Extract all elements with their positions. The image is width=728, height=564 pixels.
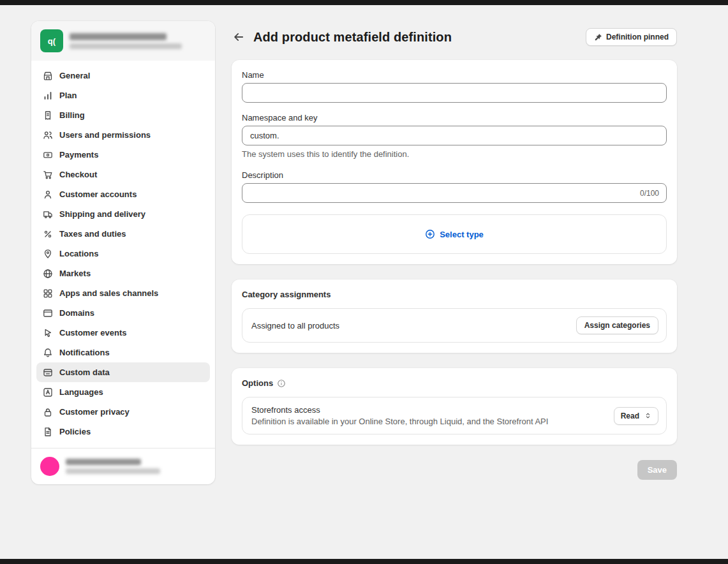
sidebar-item-languages[interactable]: Languages: [36, 382, 210, 402]
lock-icon: [42, 406, 54, 418]
sidebar-item-notifications[interactable]: Notifications: [36, 343, 210, 362]
sidebar-item-label: Customer events: [59, 328, 126, 338]
user-name-redacted: [66, 459, 141, 465]
save-row: Save: [232, 460, 677, 480]
description-input-wrap: 0/100: [242, 183, 667, 203]
store-avatar: q(: [40, 29, 63, 52]
sidebar-item-customer-accounts[interactable]: Customer accounts: [36, 184, 210, 204]
apps-grid-icon: [42, 288, 54, 299]
store-name-redacted: [70, 33, 167, 40]
sidebar-item-label: Apps and sales channels: [59, 288, 158, 298]
sidebar-item-label: Plan: [59, 91, 77, 100]
assigned-text: Assigned to all products: [251, 321, 339, 330]
percent-icon: [42, 228, 54, 240]
sidebar-item-billing[interactable]: Billing: [36, 105, 210, 125]
sidebar-item-label: Users and permissions: [59, 130, 151, 140]
name-label: Name: [242, 70, 667, 80]
users-icon: [42, 130, 54, 141]
sidebar-item-payments[interactable]: Payments: [36, 145, 210, 165]
sidebar-item-locations[interactable]: Locations: [36, 244, 210, 263]
receipt-icon: [42, 110, 54, 121]
store-info: [70, 33, 182, 49]
category-assignment-row: Assigned to all products Assign categori…: [242, 308, 667, 343]
sidebar-item-apps-and-sales-channels[interactable]: Apps and sales channels: [36, 283, 210, 303]
sidebar-item-label: Billing: [59, 110, 85, 120]
store-domain-redacted: [70, 43, 182, 49]
name-field-group: Name: [242, 70, 667, 103]
plan-icon: [42, 90, 54, 101]
sidebar-item-markets[interactable]: Markets: [36, 263, 210, 283]
sidebar-item-shipping-and-delivery[interactable]: Shipping and delivery: [36, 204, 210, 224]
cart-icon: [42, 169, 54, 181]
definition-form-card: Name Namespace and key The system uses t…: [232, 60, 677, 264]
options-card: Options Storefronts access Definition is…: [232, 368, 677, 445]
category-assignments-card: Category assignments Assigned to all pro…: [232, 279, 677, 353]
description-label: Description: [242, 170, 667, 180]
sidebar-item-label: General: [59, 71, 90, 80]
select-type-button[interactable]: Select type: [425, 229, 484, 239]
custom-data-icon: [42, 367, 54, 378]
info-icon[interactable]: [277, 379, 286, 388]
settings-nav: General Plan Billing Users and permissio…: [31, 61, 215, 448]
user-info: [66, 459, 160, 474]
bell-icon: [42, 347, 54, 359]
sidebar-item-checkout[interactable]: Checkout: [36, 165, 210, 184]
name-input[interactable]: [242, 83, 667, 103]
sidebar-item-customer-privacy[interactable]: Customer privacy: [36, 402, 210, 422]
sidebar-item-label: Shipping and delivery: [59, 209, 145, 219]
sidebar-item-policies[interactable]: Policies: [36, 422, 210, 442]
sidebar-item-label: Languages: [59, 387, 103, 397]
storefronts-access-description: Definition is available in your Online S…: [251, 417, 548, 426]
select-caret-icon: [644, 412, 651, 419]
sidebar-item-users-and-permissions[interactable]: Users and permissions: [36, 125, 210, 145]
main-content: Add product metafield definition Definit…: [232, 27, 677, 480]
namespace-field-group: Namespace and key The system uses this t…: [242, 113, 667, 159]
pin-icon: [594, 33, 602, 41]
store-icon: [42, 70, 54, 82]
storefronts-access-title: Storefronts access: [251, 405, 548, 415]
map-pin-icon: [42, 248, 54, 260]
namespace-input[interactable]: [242, 126, 667, 145]
sidebar-item-general[interactable]: General: [36, 66, 210, 85]
sidebar-item-label: Checkout: [59, 170, 97, 179]
sidebar-item-label: Policies: [59, 427, 91, 436]
window-chrome-bottom: [0, 559, 728, 564]
sidebar-item-plan[interactable]: Plan: [36, 85, 210, 105]
cursor-icon: [42, 327, 54, 339]
user-email-redacted: [66, 468, 160, 474]
save-button[interactable]: Save: [637, 460, 677, 480]
select-type-box: Select type: [242, 214, 667, 254]
user-footer: [31, 448, 215, 484]
description-field-group: Description 0/100: [242, 170, 667, 203]
back-button[interactable]: [232, 30, 246, 44]
page-header: Add product metafield definition Definit…: [232, 27, 677, 47]
sidebar-item-label: Locations: [59, 249, 98, 258]
sidebar-item-label: Custom data: [59, 367, 110, 377]
languages-icon: [42, 387, 54, 398]
sidebar-item-label: Domains: [59, 308, 94, 318]
description-input[interactable]: [242, 183, 667, 203]
sidebar-item-label: Payments: [59, 150, 98, 160]
plus-circle-icon: [425, 229, 435, 239]
sidebar-item-custom-data[interactable]: Custom data: [36, 362, 210, 382]
person-icon: [42, 189, 54, 200]
storefront-access-select[interactable]: Read: [614, 407, 658, 425]
document-icon: [42, 426, 54, 438]
sidebar-item-domains[interactable]: Domains: [36, 303, 210, 323]
definition-pinned-button[interactable]: Definition pinned: [586, 28, 677, 46]
user-avatar: [40, 457, 59, 476]
assign-categories-button[interactable]: Assign categories: [576, 316, 658, 334]
storefronts-access-text: Storefronts access Definition is availab…: [251, 405, 548, 426]
payments-icon: [42, 149, 54, 161]
window-chrome-top: [0, 0, 728, 5]
category-assignments-title: Category assignments: [242, 290, 667, 299]
storefronts-access-row: Storefronts access Definition is availab…: [242, 397, 667, 434]
sidebar-item-customer-events[interactable]: Customer events: [36, 323, 210, 343]
sidebar-item-label: Customer accounts: [59, 189, 137, 199]
sidebar-item-taxes-and-duties[interactable]: Taxes and duties: [36, 224, 210, 244]
sidebar-item-label: Markets: [59, 269, 91, 278]
storefront-access-value: Read: [621, 412, 639, 420]
namespace-label: Namespace and key: [242, 113, 667, 122]
browser-icon: [42, 308, 54, 319]
sidebar-item-label: Taxes and duties: [59, 229, 126, 239]
